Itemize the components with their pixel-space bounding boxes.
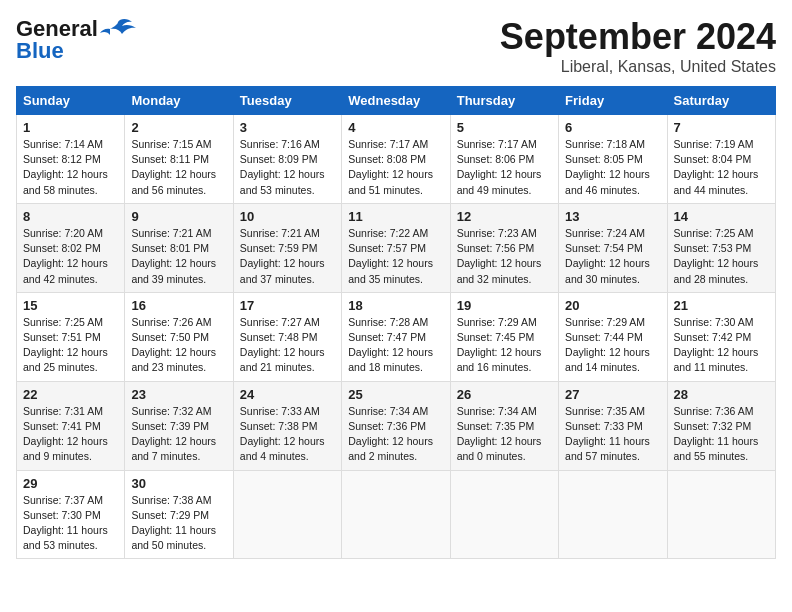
- logo: General Blue: [16, 16, 136, 64]
- day-number: 17: [240, 298, 335, 313]
- cell-info: Sunrise: 7:24 AM Sunset: 7:54 PM Dayligh…: [565, 226, 660, 287]
- cell-info: Sunrise: 7:34 AM Sunset: 7:36 PM Dayligh…: [348, 404, 443, 465]
- day-number: 10: [240, 209, 335, 224]
- day-number: 7: [674, 120, 769, 135]
- cell-info: Sunrise: 7:17 AM Sunset: 8:08 PM Dayligh…: [348, 137, 443, 198]
- calendar-cell: 29Sunrise: 7:37 AM Sunset: 7:30 PM Dayli…: [17, 470, 125, 559]
- cell-info: Sunrise: 7:21 AM Sunset: 7:59 PM Dayligh…: [240, 226, 335, 287]
- day-number: 20: [565, 298, 660, 313]
- calendar-cell: 8Sunrise: 7:20 AM Sunset: 8:02 PM Daylig…: [17, 203, 125, 292]
- day-number: 1: [23, 120, 118, 135]
- calendar-cell: 23Sunrise: 7:32 AM Sunset: 7:39 PM Dayli…: [125, 381, 233, 470]
- cell-info: Sunrise: 7:36 AM Sunset: 7:32 PM Dayligh…: [674, 404, 769, 465]
- logo-bird-icon: [100, 18, 136, 40]
- day-number: 22: [23, 387, 118, 402]
- day-number: 15: [23, 298, 118, 313]
- weekday-header-friday: Friday: [559, 87, 667, 115]
- calendar-week-row: 29Sunrise: 7:37 AM Sunset: 7:30 PM Dayli…: [17, 470, 776, 559]
- calendar-cell: [342, 470, 450, 559]
- cell-info: Sunrise: 7:20 AM Sunset: 8:02 PM Dayligh…: [23, 226, 118, 287]
- calendar-cell: 20Sunrise: 7:29 AM Sunset: 7:44 PM Dayli…: [559, 292, 667, 381]
- location-title: Liberal, Kansas, United States: [500, 58, 776, 76]
- calendar-cell: 17Sunrise: 7:27 AM Sunset: 7:48 PM Dayli…: [233, 292, 341, 381]
- cell-info: Sunrise: 7:37 AM Sunset: 7:30 PM Dayligh…: [23, 493, 118, 554]
- day-number: 26: [457, 387, 552, 402]
- calendar-cell: 26Sunrise: 7:34 AM Sunset: 7:35 PM Dayli…: [450, 381, 558, 470]
- calendar-week-row: 22Sunrise: 7:31 AM Sunset: 7:41 PM Dayli…: [17, 381, 776, 470]
- calendar-cell: 24Sunrise: 7:33 AM Sunset: 7:38 PM Dayli…: [233, 381, 341, 470]
- calendar-cell: 2Sunrise: 7:15 AM Sunset: 8:11 PM Daylig…: [125, 115, 233, 204]
- day-number: 16: [131, 298, 226, 313]
- calendar-cell: 21Sunrise: 7:30 AM Sunset: 7:42 PM Dayli…: [667, 292, 775, 381]
- day-number: 3: [240, 120, 335, 135]
- cell-info: Sunrise: 7:14 AM Sunset: 8:12 PM Dayligh…: [23, 137, 118, 198]
- cell-info: Sunrise: 7:28 AM Sunset: 7:47 PM Dayligh…: [348, 315, 443, 376]
- calendar-cell: 16Sunrise: 7:26 AM Sunset: 7:50 PM Dayli…: [125, 292, 233, 381]
- calendar-table: SundayMondayTuesdayWednesdayThursdayFrid…: [16, 86, 776, 559]
- calendar-cell: 6Sunrise: 7:18 AM Sunset: 8:05 PM Daylig…: [559, 115, 667, 204]
- calendar-cell: 3Sunrise: 7:16 AM Sunset: 8:09 PM Daylig…: [233, 115, 341, 204]
- logo-blue: Blue: [16, 38, 64, 64]
- cell-info: Sunrise: 7:27 AM Sunset: 7:48 PM Dayligh…: [240, 315, 335, 376]
- day-number: 8: [23, 209, 118, 224]
- cell-info: Sunrise: 7:17 AM Sunset: 8:06 PM Dayligh…: [457, 137, 552, 198]
- calendar-week-row: 1Sunrise: 7:14 AM Sunset: 8:12 PM Daylig…: [17, 115, 776, 204]
- day-number: 23: [131, 387, 226, 402]
- calendar-cell: 22Sunrise: 7:31 AM Sunset: 7:41 PM Dayli…: [17, 381, 125, 470]
- calendar-cell: 18Sunrise: 7:28 AM Sunset: 7:47 PM Dayli…: [342, 292, 450, 381]
- day-number: 9: [131, 209, 226, 224]
- day-number: 19: [457, 298, 552, 313]
- cell-info: Sunrise: 7:29 AM Sunset: 7:45 PM Dayligh…: [457, 315, 552, 376]
- day-number: 5: [457, 120, 552, 135]
- calendar-cell: 9Sunrise: 7:21 AM Sunset: 8:01 PM Daylig…: [125, 203, 233, 292]
- cell-info: Sunrise: 7:26 AM Sunset: 7:50 PM Dayligh…: [131, 315, 226, 376]
- calendar-cell: 10Sunrise: 7:21 AM Sunset: 7:59 PM Dayli…: [233, 203, 341, 292]
- day-number: 14: [674, 209, 769, 224]
- calendar-cell: 11Sunrise: 7:22 AM Sunset: 7:57 PM Dayli…: [342, 203, 450, 292]
- title-area: September 2024 Liberal, Kansas, United S…: [500, 16, 776, 76]
- calendar-cell: 1Sunrise: 7:14 AM Sunset: 8:12 PM Daylig…: [17, 115, 125, 204]
- day-number: 21: [674, 298, 769, 313]
- cell-info: Sunrise: 7:19 AM Sunset: 8:04 PM Dayligh…: [674, 137, 769, 198]
- calendar-cell: [559, 470, 667, 559]
- day-number: 28: [674, 387, 769, 402]
- page-header: General Blue September 2024 Liberal, Kan…: [16, 16, 776, 76]
- calendar-cell: 19Sunrise: 7:29 AM Sunset: 7:45 PM Dayli…: [450, 292, 558, 381]
- day-number: 27: [565, 387, 660, 402]
- cell-info: Sunrise: 7:18 AM Sunset: 8:05 PM Dayligh…: [565, 137, 660, 198]
- day-number: 18: [348, 298, 443, 313]
- calendar-cell: 15Sunrise: 7:25 AM Sunset: 7:51 PM Dayli…: [17, 292, 125, 381]
- calendar-cell: 12Sunrise: 7:23 AM Sunset: 7:56 PM Dayli…: [450, 203, 558, 292]
- cell-info: Sunrise: 7:25 AM Sunset: 7:53 PM Dayligh…: [674, 226, 769, 287]
- cell-info: Sunrise: 7:33 AM Sunset: 7:38 PM Dayligh…: [240, 404, 335, 465]
- day-number: 2: [131, 120, 226, 135]
- calendar-cell: [667, 470, 775, 559]
- cell-info: Sunrise: 7:31 AM Sunset: 7:41 PM Dayligh…: [23, 404, 118, 465]
- cell-info: Sunrise: 7:21 AM Sunset: 8:01 PM Dayligh…: [131, 226, 226, 287]
- cell-info: Sunrise: 7:32 AM Sunset: 7:39 PM Dayligh…: [131, 404, 226, 465]
- cell-info: Sunrise: 7:15 AM Sunset: 8:11 PM Dayligh…: [131, 137, 226, 198]
- cell-info: Sunrise: 7:16 AM Sunset: 8:09 PM Dayligh…: [240, 137, 335, 198]
- calendar-cell: 30Sunrise: 7:38 AM Sunset: 7:29 PM Dayli…: [125, 470, 233, 559]
- calendar-cell: 5Sunrise: 7:17 AM Sunset: 8:06 PM Daylig…: [450, 115, 558, 204]
- weekday-header-tuesday: Tuesday: [233, 87, 341, 115]
- calendar-cell: [450, 470, 558, 559]
- month-title: September 2024: [500, 16, 776, 58]
- calendar-header-row: SundayMondayTuesdayWednesdayThursdayFrid…: [17, 87, 776, 115]
- day-number: 13: [565, 209, 660, 224]
- calendar-cell: [233, 470, 341, 559]
- calendar-cell: 4Sunrise: 7:17 AM Sunset: 8:08 PM Daylig…: [342, 115, 450, 204]
- day-number: 29: [23, 476, 118, 491]
- day-number: 4: [348, 120, 443, 135]
- calendar-cell: 13Sunrise: 7:24 AM Sunset: 7:54 PM Dayli…: [559, 203, 667, 292]
- weekday-header-sunday: Sunday: [17, 87, 125, 115]
- day-number: 30: [131, 476, 226, 491]
- cell-info: Sunrise: 7:29 AM Sunset: 7:44 PM Dayligh…: [565, 315, 660, 376]
- weekday-header-wednesday: Wednesday: [342, 87, 450, 115]
- cell-info: Sunrise: 7:34 AM Sunset: 7:35 PM Dayligh…: [457, 404, 552, 465]
- cell-info: Sunrise: 7:35 AM Sunset: 7:33 PM Dayligh…: [565, 404, 660, 465]
- calendar-cell: 7Sunrise: 7:19 AM Sunset: 8:04 PM Daylig…: [667, 115, 775, 204]
- cell-info: Sunrise: 7:38 AM Sunset: 7:29 PM Dayligh…: [131, 493, 226, 554]
- cell-info: Sunrise: 7:23 AM Sunset: 7:56 PM Dayligh…: [457, 226, 552, 287]
- day-number: 24: [240, 387, 335, 402]
